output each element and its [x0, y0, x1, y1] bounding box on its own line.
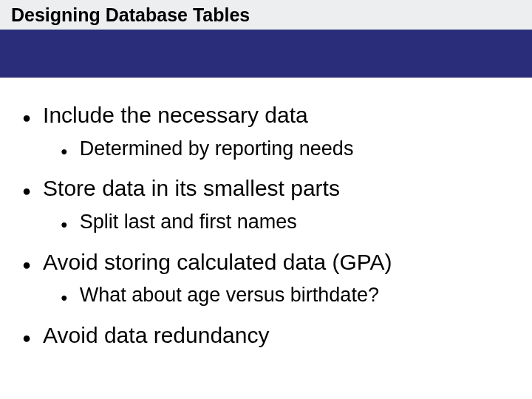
list-item: ● Split last and first names: [61, 210, 517, 235]
slide-title: Designing Database Tables: [11, 4, 250, 26]
bullet-icon: ●: [22, 253, 31, 276]
list-item: ● Store data in its smallest parts: [15, 174, 517, 202]
list-item: ● What about age versus birthdate?: [61, 283, 517, 308]
bullet-icon: ●: [61, 141, 68, 161]
bullet-text: What about age versus birthdate?: [80, 283, 379, 308]
bullet-text: Avoid storing calculated data (GPA): [43, 248, 392, 276]
slide: Designing Database Tables ● Include the …: [0, 0, 532, 399]
list-item: ● Avoid storing calculated data (GPA): [15, 248, 517, 276]
bullet-icon: ●: [22, 180, 31, 202]
list-item: ● Include the necessary data: [15, 101, 517, 129]
bullet-text: Determined by reporting needs: [80, 137, 354, 162]
bullet-text: Store data in its smallest parts: [43, 174, 340, 202]
slide-content: ● Include the necessary data ● Determine…: [0, 78, 532, 349]
bullet-text: Include the necessary data: [43, 101, 308, 129]
bullet-text: Split last and first names: [80, 210, 297, 235]
list-item: ● Determined by reporting needs: [61, 137, 517, 162]
bullet-icon: ●: [22, 327, 31, 349]
bullet-icon: ●: [22, 106, 31, 129]
title-bar: Designing Database Tables: [0, 0, 532, 78]
bullet-icon: ●: [61, 214, 68, 234]
bullet-icon: ●: [61, 287, 68, 307]
list-item: ● Avoid data redundancy: [15, 321, 517, 349]
bullet-text: Avoid data redundancy: [43, 321, 269, 349]
